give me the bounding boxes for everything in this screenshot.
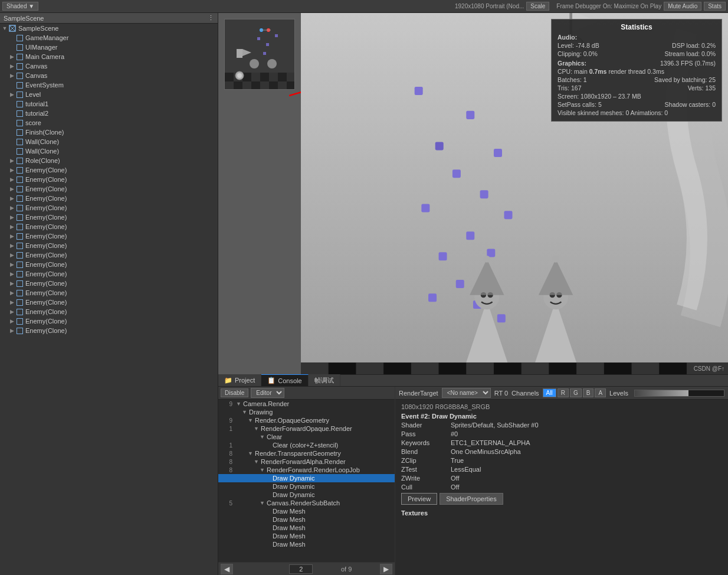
fd-tree-item-15[interactable]: Draw Mesh <box>218 524 395 532</box>
hierarchy-item-7[interactable]: ▶Level <box>0 90 218 99</box>
hierarchy-item-18[interactable]: ▶Enemy(Clone) <box>0 194 218 203</box>
hierarchy-item-10[interactable]: score <box>0 118 218 128</box>
skinned-value: 0 <box>625 109 629 116</box>
next-page-btn[interactable]: ▶ <box>380 564 392 574</box>
hierarchy-item-0[interactable]: ▼SampleScene <box>0 24 218 33</box>
shader-properties-btn[interactable]: ShaderProperties <box>440 493 503 505</box>
hierarchy-item-32[interactable]: ▶Enemy(Clone) <box>0 326 218 335</box>
hierarchy-item-29[interactable]: ▶Enemy(Clone) <box>0 298 218 307</box>
textures-label: Textures <box>401 509 722 517</box>
hier-item-icon-13 <box>15 147 24 155</box>
fdr-val-5: LessEqual <box>451 466 481 473</box>
hier-item-icon-19 <box>15 204 24 212</box>
hier-item-label-4: Canvas <box>25 63 47 70</box>
hierarchy-item-27[interactable]: ▶Enemy(Clone) <box>0 279 218 288</box>
hierarchy-item-22[interactable]: ▶Enemy(Clone) <box>0 231 218 241</box>
fd-tree-item-16[interactable]: Draw Mesh <box>218 532 395 540</box>
hierarchy-item-2[interactable]: UIManager <box>0 43 218 52</box>
editor-select[interactable]: Editor <box>251 388 284 398</box>
animations-label: Animations: <box>631 109 663 116</box>
hierarchy-item-24[interactable]: ▶Enemy(Clone) <box>0 250 218 260</box>
mute-audio-btn[interactable]: Mute Audio <box>664 2 701 11</box>
svg-rect-62 <box>301 362 329 374</box>
hierarchy-item-20[interactable]: ▶Enemy(Clone) <box>0 213 218 222</box>
fd-tree-item-0[interactable]: 9▼Camera.Render <box>218 400 395 408</box>
fd-tree-item-14[interactable]: Draw Mesh <box>218 515 395 524</box>
hierarchy-item-5[interactable]: ▶Canvas <box>0 71 218 80</box>
fd-tree-item-8[interactable]: 8▼RenderForward.RenderLoopJob <box>218 466 395 474</box>
channel-a-btn[interactable]: A <box>595 388 606 397</box>
fd-tree-item-2[interactable]: 9▼Render.OpaqueGeometry <box>218 416 395 424</box>
hier-item-label-20: Enemy(Clone) <box>25 214 67 221</box>
stats-btn[interactable]: Stats <box>704 2 726 11</box>
hierarchy-item-17[interactable]: ▶Enemy(Clone) <box>0 184 218 194</box>
frame-debugger-tab[interactable]: 帧调试 <box>309 374 340 386</box>
preview-btn[interactable]: Preview <box>401 493 437 505</box>
fd-tree-label-2: Render.OpaqueGeometry <box>255 417 329 424</box>
fd-tree-item-9[interactable]: Draw Dynamic <box>218 474 395 482</box>
channel-all-btn[interactable]: All <box>543 388 556 397</box>
svg-rect-36 <box>435 142 444 150</box>
hierarchy-item-15[interactable]: ▶Enemy(Clone) <box>0 165 218 175</box>
channel-g-btn[interactable]: G <box>570 388 582 397</box>
fd-tree-item-17[interactable]: Draw Mesh <box>218 540 395 548</box>
fdr-key-4: ZClip <box>401 457 448 464</box>
hier-item-icon-25 <box>15 260 24 269</box>
hierarchy-item-8[interactable]: tutorial1 <box>0 99 218 109</box>
fd-tree-item-1[interactable]: ▼Drawing <box>218 408 395 416</box>
fd-tree-item-12[interactable]: 5▼Canvas.RenderSubBatch <box>218 499 395 507</box>
hierarchy-item-13[interactable]: Wall(Clone) <box>0 146 218 156</box>
hierarchy-item-28[interactable]: ▶Enemy(Clone) <box>0 288 218 298</box>
fd-tree-item-6[interactable]: 8▼Render.TransparentGeometry <box>218 449 395 458</box>
render-target-select[interactable]: <No name> <box>442 388 491 398</box>
tris-value: 167 <box>571 84 582 92</box>
channel-r-btn[interactable]: R <box>558 388 569 397</box>
hierarchy-item-19[interactable]: ▶Enemy(Clone) <box>0 203 218 213</box>
hierarchy-item-4[interactable]: ▶Canvas <box>0 61 218 71</box>
hierarchy-item-14[interactable]: ▶Role(Clone) <box>0 156 218 165</box>
hierarchy-item-31[interactable]: ▶Enemy(Clone) <box>0 316 218 326</box>
fdr-row-6: ZWriteOff <box>401 475 722 482</box>
svg-rect-44 <box>487 249 495 257</box>
fd-tree-item-3[interactable]: 1▼RenderForwardOpaque.Render <box>218 424 395 433</box>
tris-label: Tris: <box>558 84 569 92</box>
stream-value: 0.0% <box>701 50 716 57</box>
console-tab-label: Console <box>278 377 301 384</box>
hierarchy-menu-icon[interactable]: ⋮ <box>208 14 214 22</box>
hierarchy-item-6[interactable]: EventSystem <box>0 80 218 90</box>
hierarchy-item-21[interactable]: ▶Enemy(Clone) <box>0 222 218 231</box>
hierarchy-item-30[interactable]: ▶Enemy(Clone) <box>0 307 218 316</box>
fd-tree-item-13[interactable]: Draw Mesh <box>218 507 395 515</box>
fd-tree-item-7[interactable]: 8▼RenderForwardAlpha.Render <box>218 458 395 466</box>
fd-tree-item-10[interactable]: Draw Dynamic <box>218 482 395 491</box>
page-input[interactable]: 2 <box>289 564 313 574</box>
fd-tree-item-4[interactable]: ▼Clear <box>218 433 395 441</box>
hier-item-icon-1 <box>15 34 24 42</box>
fd-tree-item-5[interactable]: 1Clear (color+Z+stencil) <box>218 441 395 449</box>
hier-item-icon-5 <box>15 71 24 80</box>
hierarchy-item-11[interactable]: Finish(Clone) <box>0 128 218 137</box>
project-tab[interactable]: 📁 Project <box>218 374 261 386</box>
hierarchy-item-9[interactable]: tutorial2 <box>0 109 218 118</box>
fd-tree-item-11[interactable]: Draw Dynamic <box>218 491 395 499</box>
hier-item-label-16: Enemy(Clone) <box>25 176 67 183</box>
disable-btn[interactable]: Disable <box>221 388 248 397</box>
scale-btn[interactable]: Scale <box>526 2 549 11</box>
prev-page-btn[interactable]: ◀ <box>221 564 233 574</box>
console-tab[interactable]: 📋 Console <box>261 374 308 386</box>
hierarchy-item-3[interactable]: ▶Main Camera <box>0 52 218 61</box>
hier-item-icon-32 <box>15 326 24 335</box>
hierarchy-item-23[interactable]: ▶Enemy(Clone) <box>0 241 218 250</box>
fd-tree-list[interactable]: 9▼Camera.Render▼Drawing9▼Render.OpaqueGe… <box>218 400 395 562</box>
hierarchy-list[interactable]: ▼SampleSceneGameManagerUIManager▶Main Ca… <box>0 24 218 575</box>
hierarchy-item-12[interactable]: Wall(Clone) <box>0 137 218 146</box>
hier-item-label-21: Enemy(Clone) <box>25 223 67 230</box>
hierarchy-item-16[interactable]: ▶Enemy(Clone) <box>0 175 218 184</box>
channel-b-btn[interactable]: B <box>583 388 594 397</box>
hierarchy-item-26[interactable]: ▶Enemy(Clone) <box>0 269 218 279</box>
hierarchy-item-25[interactable]: ▶Enemy(Clone) <box>0 260 218 269</box>
hierarchy-item-1[interactable]: GameManager <box>0 33 218 43</box>
shaded-btn[interactable]: Shaded ▼ <box>2 2 38 11</box>
hier-item-icon-6 <box>15 81 24 89</box>
hier-item-icon-4 <box>15 62 24 70</box>
